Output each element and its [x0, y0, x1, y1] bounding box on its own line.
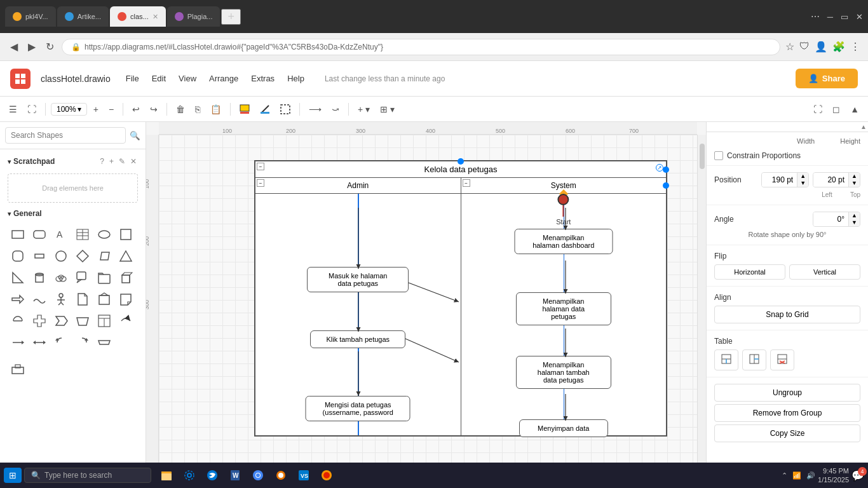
shape-doc[interactable]	[72, 289, 93, 309]
panel-toggle-button[interactable]: ☰	[5, 102, 21, 117]
table-button[interactable]: ⊞ ▾	[376, 102, 398, 117]
shape-arrow[interactable]	[8, 289, 28, 309]
flip-vertical-button[interactable]: Vertical	[789, 264, 860, 280]
shape-cross[interactable]	[29, 311, 50, 331]
table-insert-row-button[interactable]	[714, 349, 738, 370]
collapse-toolbar-button[interactable]: ▲	[846, 102, 863, 117]
help-icon[interactable]: ?	[98, 156, 105, 167]
start-circle[interactable]	[558, 194, 569, 205]
restore-icon[interactable]: ▭	[841, 12, 848, 22]
angle-input[interactable]	[813, 212, 848, 226]
profile-icon[interactable]: 👤	[815, 41, 827, 53]
taskbar-icon-word[interactable]: W	[225, 465, 245, 485]
redo-button[interactable]: ↪	[146, 102, 161, 117]
shape-straight-arrow[interactable]	[8, 332, 28, 353]
insert-button[interactable]: + ▾	[354, 102, 374, 117]
line-color-button[interactable]	[256, 102, 274, 117]
address-box[interactable]: 🔒 https://app.diagrams.net/#LclassHotel.…	[62, 39, 780, 55]
shape-rectangle[interactable]	[8, 224, 28, 245]
shape-text[interactable]: A	[51, 224, 71, 245]
shape-rotate-right[interactable]	[72, 332, 93, 353]
shape-simpan[interactable]: Menyimpan data	[519, 419, 608, 437]
shape-small-rect[interactable]	[29, 246, 50, 266]
shape-cloud[interactable]	[51, 268, 71, 288]
tab-class[interactable]: clas... ✕	[110, 6, 166, 27]
constrain-checkbox[interactable]	[714, 151, 723, 160]
copy-size-button[interactable]: Copy Size	[714, 424, 860, 442]
connection-button[interactable]: ⟶	[305, 102, 325, 117]
shape-isi-data[interactable]: Mengisi data petugas(ussername, password	[306, 396, 410, 421]
undo-button[interactable]: ↩	[128, 102, 144, 117]
shape-curved-arrow[interactable]	[116, 311, 136, 331]
shape-square[interactable]	[116, 224, 136, 245]
canvas-area[interactable]: 100 200 300 400 500 600 700 100 200 300 …	[146, 122, 706, 488]
shape-actor[interactable]	[51, 289, 71, 309]
shape-klik-tambah[interactable]: Klik tambah petugas	[310, 330, 405, 348]
shape-table[interactable]	[72, 224, 93, 245]
taskbar-icon-blender[interactable]	[271, 465, 291, 485]
shape-pentagon[interactable]	[94, 289, 114, 309]
shape-right-triangle[interactable]	[8, 268, 28, 288]
new-tab-button[interactable]: +	[221, 9, 241, 25]
shape-circle[interactable]	[51, 246, 71, 266]
search-button[interactable]: 🔍	[130, 131, 140, 140]
minimize-icon[interactable]: ─	[827, 12, 833, 22]
shape-masuk[interactable]: Masuk ke halamandata petugas	[307, 267, 409, 292]
shape-rounded-rect[interactable]	[29, 224, 50, 245]
edit-icon[interactable]: ✎	[118, 156, 126, 167]
canvas-grid[interactable]: Kelola data petugas ↗ − − Admin	[159, 135, 706, 488]
shape-folder[interactable]	[94, 268, 114, 288]
menu-view[interactable]: View	[173, 71, 201, 86]
table-delete-button[interactable]	[770, 349, 794, 370]
taskbar-icon-chrome[interactable]	[248, 465, 268, 485]
position-left-down[interactable]: ▼	[797, 180, 808, 187]
zoom-display[interactable]: 100% ▾	[51, 103, 87, 116]
shape-dashboard[interactable]: Menampilkanhalaman dashboard	[514, 229, 613, 254]
tab-plagia[interactable]: Plagia...	[167, 6, 220, 27]
tab-close-icon[interactable]: ✕	[153, 13, 158, 21]
network-icon[interactable]: 📶	[792, 471, 801, 480]
menu-extras[interactable]: Extras	[246, 71, 280, 86]
share-button[interactable]: 👤 Share	[796, 69, 858, 88]
shape-half-circle[interactable]	[8, 311, 28, 331]
back-button[interactable]: ◀	[8, 38, 20, 55]
scroll-up-icon[interactable]: ▲	[860, 123, 867, 130]
more-tabs-icon[interactable]: ⋯	[811, 11, 820, 22]
handle-top[interactable]	[458, 158, 464, 165]
shape-cylinder[interactable]	[29, 268, 50, 288]
shape-callout[interactable]	[72, 268, 93, 288]
shape-rotate-left[interactable]	[51, 332, 71, 353]
paste-button[interactable]: 📋	[207, 102, 225, 117]
position-top-up[interactable]: ▲	[848, 173, 860, 180]
fullscreen-button[interactable]: ⛶	[24, 102, 40, 117]
handle-right-2[interactable]	[663, 182, 669, 189]
reset-view-button[interactable]: ◻	[829, 102, 844, 117]
menu-edit[interactable]: Edit	[147, 71, 171, 86]
zoom-out-button[interactable]: −	[105, 102, 118, 117]
handle-right[interactable]	[663, 166, 669, 173]
shape-cube[interactable]	[116, 268, 136, 288]
v-scroll-thumb[interactable]	[700, 144, 705, 169]
waypoint-button[interactable]: ⤻	[328, 102, 343, 117]
fill-color-button[interactable]	[236, 102, 254, 117]
snap-to-grid-button[interactable]: Snap to Grid	[714, 306, 860, 323]
bookmark-icon[interactable]: ☆	[785, 41, 794, 53]
table-insert-col-button[interactable]	[742, 349, 766, 370]
delete-button[interactable]: 🗑	[172, 102, 189, 117]
taskbar-icon-settings[interactable]	[179, 465, 200, 485]
general-section-header[interactable]: ▾ General	[3, 205, 143, 222]
taskbar-icon-vscode[interactable]: VS	[294, 465, 314, 485]
volume-icon[interactable]: 🔊	[806, 471, 815, 480]
shape-trapezoid[interactable]	[72, 311, 93, 331]
zoom-in-button[interactable]: +	[90, 102, 102, 117]
shape-tampil-tambah[interactable]: Menampilkanhalaman tambahdata petugas	[516, 356, 611, 389]
shape-tampil-data[interactable]: Menampilkanhalaman datapetugas	[516, 292, 611, 325]
shape-double-arrow[interactable]	[29, 332, 50, 353]
collapse-icon[interactable]: ▾	[8, 158, 11, 165]
shape-diamond[interactable]	[72, 246, 93, 266]
tab-artikel[interactable]: Artike...	[57, 6, 109, 27]
taskbar-icon-firefox[interactable]	[316, 465, 337, 485]
search-shapes-input[interactable]	[5, 127, 126, 144]
shield-icon[interactable]: 🛡	[799, 41, 810, 53]
flip-horizontal-button[interactable]: Horizontal	[714, 264, 785, 280]
